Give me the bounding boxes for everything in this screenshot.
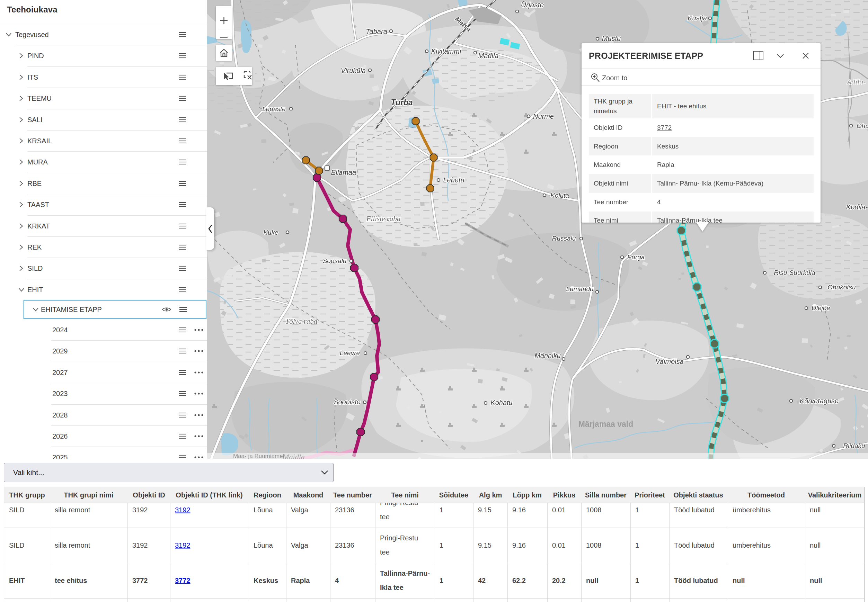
svg-text:Riidaku: Riidaku: [843, 442, 865, 449]
svg-text:Tabara: Tabara: [366, 28, 387, 35]
svg-text:Ürjaste: Ürjaste: [521, 1, 544, 9]
svg-text:Maa- ja Ruumiamet: Maa- ja Ruumiamet: [233, 453, 285, 459]
svg-text:Sooniste: Sooniste: [334, 398, 360, 406]
svg-text:Soosalu: Soosalu: [323, 257, 347, 264]
svg-text:Tõlva raba: Tõlva raba: [285, 317, 318, 326]
svg-text:Madila: Madila: [478, 52, 499, 60]
svg-text:Kodila-: Kodila-: [846, 203, 868, 211]
svg-text:Ülejõe: Ülejõe: [811, 304, 830, 312]
svg-text:Vaimõisa: Vaimõisa: [655, 358, 684, 365]
svg-text:Ellamaa: Ellamaa: [331, 169, 356, 176]
svg-text:Leevre: Leevre: [340, 349, 360, 356]
svg-text:Viruküla: Viruküla: [341, 67, 366, 74]
svg-text:Märjamaa vald: Märjamaa vald: [579, 419, 634, 428]
svg-text:Lepaste: Lepaste: [262, 105, 286, 112]
svg-text:Maidla: Maidla: [282, 453, 305, 459]
svg-text:Mustu: Mustu: [602, 35, 621, 42]
svg-text:Kustja: Kustja: [688, 14, 707, 22]
svg-text:Turba: Turba: [391, 98, 413, 107]
svg-text:Kõrvetaguse: Kõrvetaguse: [800, 397, 839, 405]
svg-text:Kivitammi: Kivitammi: [431, 48, 462, 55]
svg-text:Männiku: Männiku: [534, 352, 561, 359]
svg-text:Adila-: Adila-: [846, 78, 866, 86]
svg-text:Nurme: Nurme: [533, 112, 554, 120]
svg-text:Ohu: Ohu: [857, 122, 868, 129]
svg-text:Risu-Suurküla: Risu-Suurküla: [774, 269, 815, 276]
svg-text:Elliste raba: Elliste raba: [366, 215, 401, 223]
svg-text:Lümandu: Lümandu: [566, 285, 594, 293]
svg-text:Russalu: Russalu: [552, 235, 576, 242]
svg-text:Kuke: Kuke: [263, 229, 278, 236]
svg-text:Ohukotsu: Ohukotsu: [828, 284, 856, 291]
svg-text:Koluta: Koluta: [550, 192, 569, 199]
svg-text:Purga: Purga: [627, 253, 645, 261]
svg-text:Kohatu: Kohatu: [491, 399, 512, 406]
svg-text:Lehetu: Lehetu: [443, 176, 464, 184]
